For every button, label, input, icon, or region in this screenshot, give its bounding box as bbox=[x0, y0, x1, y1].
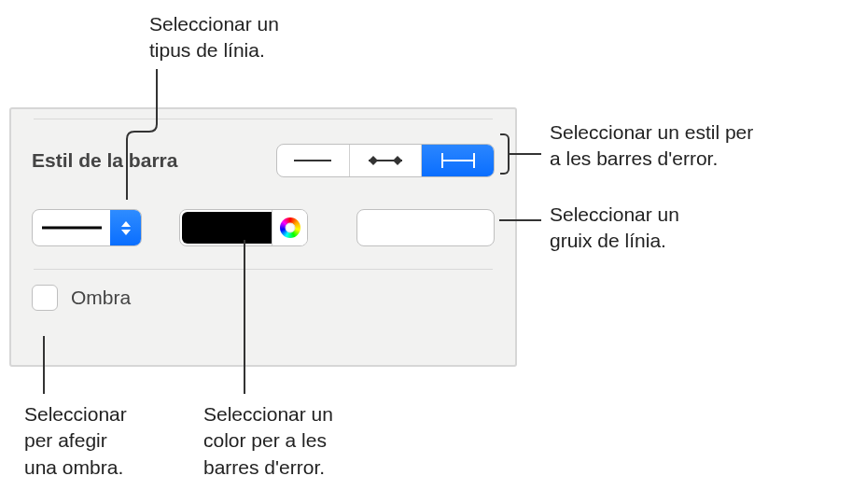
bar-style-panel: Estil de la barra bbox=[9, 107, 517, 367]
callout-bar-style: Seleccionar un estil per a les barres d'… bbox=[550, 119, 753, 173]
line-type-stepper[interactable] bbox=[110, 210, 141, 245]
callout-line-type: Seleccionar un tipus de línia. bbox=[149, 11, 279, 64]
chevron-down-icon bbox=[121, 230, 131, 235]
shadow-checkbox[interactable] bbox=[32, 285, 58, 311]
color-wheel-button[interactable] bbox=[272, 210, 307, 245]
bar-style-segmented[interactable] bbox=[276, 144, 495, 177]
line-weight-stepper[interactable] bbox=[356, 209, 495, 246]
chevron-up-icon bbox=[121, 221, 131, 227]
callout-line-weight: Seleccionar un gruix de línia. bbox=[550, 202, 679, 255]
callout-shadow: Seleccionar per afegir una ombra. bbox=[24, 401, 127, 481]
svg-marker-3 bbox=[393, 156, 402, 165]
svg-marker-2 bbox=[369, 156, 378, 165]
line-type-preview bbox=[33, 225, 110, 231]
color-wheel-icon bbox=[280, 217, 300, 238]
row-line-controls bbox=[32, 194, 495, 269]
bracket-bar-style bbox=[500, 133, 510, 175]
color-swatch[interactable] bbox=[182, 212, 272, 244]
callout-bar-color: Seleccionar un color per a les barres d'… bbox=[203, 401, 333, 481]
shadow-label: Ombra bbox=[71, 287, 131, 309]
row-bar-style: Estil de la barra bbox=[32, 119, 495, 194]
bar-style-option-plain[interactable] bbox=[277, 145, 350, 176]
line-type-dropdown[interactable] bbox=[32, 209, 142, 246]
line-weight-input[interactable] bbox=[357, 210, 495, 245]
section-title: Estil de la barra bbox=[32, 149, 177, 172]
bar-style-option-cap[interactable] bbox=[422, 145, 494, 176]
row-shadow: Ombra bbox=[32, 270, 495, 311]
bar-color-picker[interactable] bbox=[179, 209, 308, 246]
bar-style-option-diamond[interactable] bbox=[350, 145, 423, 176]
